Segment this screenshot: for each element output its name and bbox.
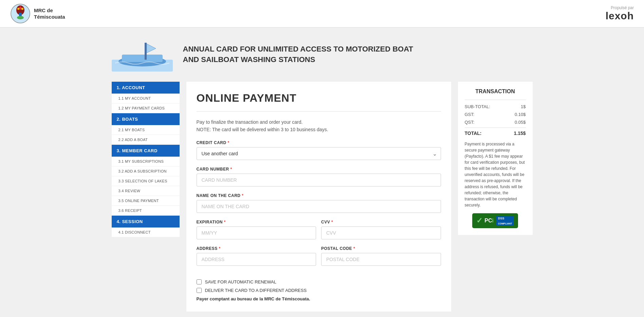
sidebar-section-boats[interactable]: 2. BOATS <box>112 113 180 125</box>
expiration-section: EXPIRATION * <box>197 220 316 239</box>
required-star: * <box>228 140 229 145</box>
credit-card-select-wrapper: Use another card ⌄ <box>197 147 441 160</box>
subtotal-value: 1$ <box>521 104 526 109</box>
address-input[interactable] <box>197 253 316 266</box>
logo-text: MRC de Témiscouata <box>34 7 65 20</box>
product-title: ANNUAL CARD FOR UNLIMITED ACCESS TO MOTO… <box>183 44 413 65</box>
credit-card-section: Credit card * Use another card ⌄ <box>197 140 441 160</box>
total-row: TOTAL: 1.15$ <box>465 127 526 136</box>
transaction-title: TRANSACTION <box>465 88 526 95</box>
address-section: ADDRESS * <box>197 246 316 266</box>
logo-section: MRC de Témiscouata <box>10 3 65 24</box>
qst-label: QST: <box>465 120 475 125</box>
required-star-5: * <box>331 220 333 224</box>
svg-point-5 <box>17 8 19 10</box>
deliver-checkbox[interactable] <box>197 288 202 293</box>
card-number-section: CARD NUMBER * <box>197 167 441 186</box>
sidebar-section-session[interactable]: 4. SESSION <box>112 216 180 227</box>
svg-rect-10 <box>145 43 147 60</box>
credit-card-select[interactable]: Use another card <box>197 147 441 160</box>
sidebar-section-member-card[interactable]: 3. MEMBER CARD <box>112 145 180 157</box>
card-number-input[interactable] <box>197 174 441 186</box>
qst-row: QST: 0.05$ <box>465 120 526 125</box>
required-star-7: * <box>353 246 355 251</box>
expiration-cvv-row: EXPIRATION * CVV * <box>197 220 441 246</box>
address-col: ADDRESS * <box>197 246 316 273</box>
required-star-4: * <box>224 220 226 224</box>
renewal-checkbox-label: SAVE FOR AUTOMATIC RENEWAL <box>205 279 276 284</box>
sidebar-item-my-account[interactable]: 1.1 MY ACCOUNT <box>112 94 180 103</box>
cvv-col: CVV * <box>321 220 441 246</box>
pci-label: PCi <box>484 218 494 224</box>
total-label: TOTAL: <box>465 131 482 136</box>
transaction-box: TRANSACTION SUB-TOTAL: 1$ GST: 0.10$ QST… <box>458 82 533 235</box>
svg-point-6 <box>21 8 23 10</box>
expiration-input[interactable] <box>197 226 316 239</box>
gst-value: 0.10$ <box>515 112 526 117</box>
deliver-checkbox-item: DELIVER THE CARD TO A DIFFERENT ADDRESS <box>197 288 441 293</box>
brand-name: lexoh <box>606 10 634 22</box>
gst-row: GST: 0.10$ <box>465 112 526 117</box>
required-star-6: * <box>219 246 221 251</box>
main-content: ANNUAL CARD FOR UNLIMITED ACCESS TO MOTO… <box>105 27 539 317</box>
sidebar-item-my-subscriptions[interactable]: 3.1 MY SUBSCRIPTIONS <box>112 157 180 166</box>
card-number-label: CARD NUMBER * <box>197 167 441 172</box>
gst-label: GST: <box>465 112 475 117</box>
pci-checkmark-icon: ✓ <box>476 216 482 225</box>
transaction-note: Payment is processed via a secure paymen… <box>465 141 526 208</box>
postal-code-input[interactable] <box>321 253 441 266</box>
deliver-checkbox-label: DELIVER THE CARD TO A DIFFERENT ADDRESS <box>205 288 307 293</box>
pci-badge: ✓ PCi DSS COMPLIANT <box>465 213 526 228</box>
boat-icon <box>112 38 173 72</box>
cvv-label: CVV * <box>321 220 441 224</box>
name-on-card-section: NAME ON THE CARD * <box>197 193 441 213</box>
sidebar-item-selection-lakes[interactable]: 3.3 SELECTION OF LAKES <box>112 176 180 186</box>
product-header: ANNUAL CARD FOR UNLIMITED ACCESS TO MOTO… <box>112 34 533 75</box>
qst-value: 0.05$ <box>515 120 526 125</box>
postal-code-col: POSTAL CODE * <box>321 246 441 273</box>
sidebar-item-review[interactable]: 3.4 REVIEW <box>112 186 180 196</box>
renewal-checkbox-item: SAVE FOR AUTOMATIC RENEWAL <box>197 279 441 284</box>
main-panel: ONLINE PAYMENT Pay to finalize the trans… <box>186 82 451 312</box>
name-on-card-input[interactable] <box>197 200 441 213</box>
content-area: 1. ACCOUNT 1.1 MY ACCOUNT 1.2 MY PAYMENT… <box>112 82 533 312</box>
title-divider <box>197 111 441 112</box>
postal-code-label: POSTAL CODE * <box>321 246 441 251</box>
cash-note: Payer comptant au bureau de la MRC de Té… <box>197 296 441 301</box>
intro-text: Pay to finalize the transaction and orde… <box>197 118 441 134</box>
renewal-checkbox[interactable] <box>197 279 202 284</box>
cvv-section: CVV * <box>321 220 441 239</box>
required-star-2: * <box>231 167 232 172</box>
postal-code-section: POSTAL CODE * <box>321 246 441 266</box>
svg-point-4 <box>17 16 24 19</box>
required-star-3: * <box>242 193 243 198</box>
expiration-label: EXPIRATION * <box>197 220 316 224</box>
total-value: 1.15$ <box>514 131 526 136</box>
address-label: ADDRESS * <box>197 246 316 251</box>
sidebar-item-disconnect[interactable]: 4.1 DISCONNECT <box>112 227 180 237</box>
powered-by-section: Propulsé par lexoh <box>606 5 634 22</box>
sidebar-section-account[interactable]: 1. ACCOUNT <box>112 82 180 94</box>
sidebar-item-add-subscription[interactable]: 3.2 ADD A SUBSCRIPTION <box>112 166 180 176</box>
header: MRC de Témiscouata Propulsé par lexoh <box>0 0 644 27</box>
cvv-input[interactable] <box>321 226 441 239</box>
credit-card-label: Credit card * <box>197 140 441 145</box>
subtotal-row: SUB-TOTAL: 1$ <box>465 104 526 109</box>
name-on-card-label: NAME ON THE CARD * <box>197 193 441 198</box>
sidebar-item-receipt[interactable]: 3.6 RECEIPT <box>112 206 180 216</box>
powered-by-label: Propulsé par <box>606 5 634 10</box>
sidebar-item-my-boats[interactable]: 2.1 MY BOATS <box>112 125 180 135</box>
address-postal-row: ADDRESS * POSTAL CODE * <box>197 246 441 273</box>
sidebar-item-add-boat[interactable]: 2.2 ADD A BOAT <box>112 135 180 145</box>
subtotal-label: SUB-TOTAL: <box>465 104 490 109</box>
svg-rect-9 <box>122 55 163 62</box>
transaction-panel: TRANSACTION SUB-TOTAL: 1$ GST: 0.10$ QST… <box>458 82 533 235</box>
dss-label: DSS COMPLIANT <box>496 216 514 225</box>
sidebar: 1. ACCOUNT 1.1 MY ACCOUNT 1.2 MY PAYMENT… <box>112 82 180 237</box>
checkbox-section: SAVE FOR AUTOMATIC RENEWAL DELIVER THE C… <box>197 279 441 293</box>
sidebar-item-payment-cards[interactable]: 1.2 MY PAYMENT CARDS <box>112 103 180 113</box>
svg-marker-11 <box>147 44 156 53</box>
sidebar-item-online-payment[interactable]: 3.5 ONLINE PAYMENT <box>112 196 180 206</box>
expiration-col: EXPIRATION * <box>197 220 316 246</box>
logo-icon <box>10 3 31 24</box>
